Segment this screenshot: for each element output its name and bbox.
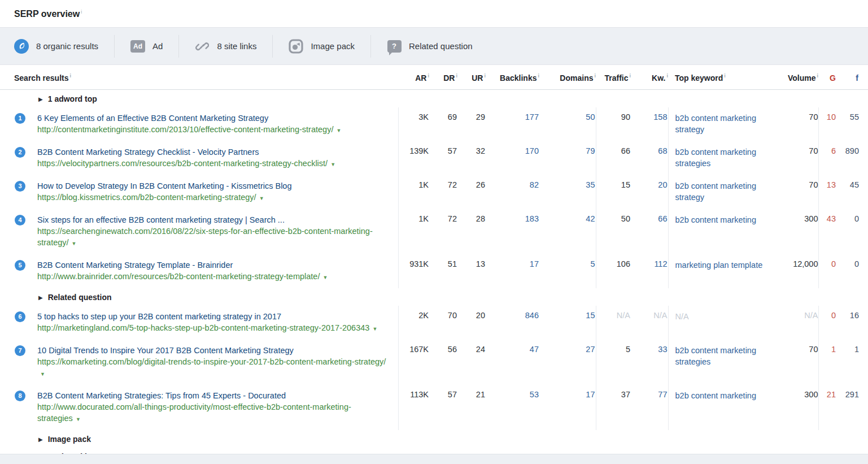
top-keyword-cell[interactable]: marketing plan template [668, 254, 775, 288]
domains-cell[interactable]: 42 [539, 209, 596, 254]
domains-cell[interactable]: 79 [539, 141, 596, 175]
section-label[interactable]: Image pack [48, 435, 91, 444]
result-title-link[interactable]: 6 Key Elements of an Effective B2B Conte… [37, 112, 341, 124]
keywords-cell[interactable]: 77 [631, 385, 668, 430]
col-header-kw[interactable]: Kw.i [631, 65, 668, 89]
top-keyword-cell[interactable]: N/A [668, 306, 775, 340]
top-keyword-cell[interactable]: b2b content marketing strategy [668, 107, 775, 141]
legend-item-organic: 8 organic results [14, 39, 114, 54]
dr-cell: 70 [429, 306, 457, 340]
col-header-volume[interactable]: Volumei [775, 65, 818, 89]
facebook-cell: 0 [837, 254, 868, 288]
backlinks-cell[interactable]: 170 [486, 141, 539, 175]
col-header-top-keyword[interactable]: Top keywordi [668, 65, 775, 89]
organic-results-icon [14, 39, 29, 54]
result-title-link[interactable]: B2B Content Marketing Strategy Template … [37, 259, 328, 271]
backlinks-cell[interactable]: 177 [486, 107, 539, 141]
backlinks-cell[interactable]: 183 [486, 209, 539, 254]
col-header-google-plus[interactable]: G [818, 65, 837, 89]
backlinks-cell[interactable]: 53 [486, 385, 539, 430]
backlinks-cell[interactable]: 82 [486, 175, 539, 209]
keywords-cell[interactable]: 112 [631, 254, 668, 288]
backlinks-cell[interactable]: 846 [486, 306, 539, 340]
url-dropdown-caret-icon[interactable]: ▼ [322, 275, 328, 280]
collapse-triangle-icon[interactable]: ▶ [38, 294, 43, 301]
ar-cell: 139K [398, 141, 429, 175]
ur-cell: 13 [457, 254, 486, 288]
top-keyword-cell[interactable]: b2b content marketing strategy [668, 175, 775, 209]
info-icon: i [456, 73, 457, 79]
url-dropdown-caret-icon[interactable]: ▼ [336, 128, 341, 133]
backlinks-cell[interactable]: 47 [486, 340, 539, 385]
result-title-link[interactable]: How to Develop Strategy In B2B Content M… [37, 180, 292, 192]
facebook-cell: 291 [837, 385, 868, 430]
section-label[interactable]: 1 adword top [48, 94, 97, 103]
ar-cell: 2K [398, 306, 429, 340]
keywords-cell[interactable]: 158 [631, 107, 668, 141]
ur-cell: 20 [457, 306, 486, 340]
keywords-cell[interactable]: 68 [631, 141, 668, 175]
domains-cell[interactable]: 5 [539, 254, 596, 288]
result-url-link[interactable]: https://blog.kissmetrics.com/b2b-content… [37, 193, 256, 202]
col-header-search-results[interactable]: Search resultsi [0, 65, 398, 89]
traffic-cell: 50 [596, 209, 631, 254]
url-dropdown-caret-icon[interactable]: ▼ [76, 417, 81, 422]
domains-cell[interactable]: 17 [539, 385, 596, 430]
keywords-cell[interactable]: 33 [631, 340, 668, 385]
position-badge: 4 [15, 215, 25, 226]
result-title-link[interactable]: B2B Content Marketing Strategies: Tips f… [37, 390, 389, 401]
legend-label: Image pack [311, 41, 355, 51]
collapse-triangle-icon[interactable]: ▶ [38, 436, 43, 443]
col-header-backlinks[interactable]: Backlinksi [486, 65, 539, 89]
legend-item-imagepack: Image pack [289, 39, 370, 54]
ar-cell: 1K [398, 209, 429, 254]
volume-cell: 70 [775, 141, 818, 175]
col-header-ar[interactable]: ARi [398, 65, 429, 89]
url-dropdown-caret-icon[interactable]: ▼ [72, 241, 77, 246]
col-header-domains[interactable]: Domainsi [539, 65, 596, 89]
col-header-ur[interactable]: URi [457, 65, 486, 89]
top-keyword-cell[interactable]: b2b content marketing strategies [668, 141, 775, 175]
top-keyword-cell[interactable]: b2b content marketing strategies [668, 340, 775, 385]
top-keyword-cell[interactable]: b2b content marketing [668, 209, 775, 254]
result-row: 6 5 top hacks to step up your B2B conten… [0, 306, 868, 340]
url-dropdown-caret-icon[interactable]: ▼ [372, 326, 377, 332]
domains-cell[interactable]: 50 [539, 107, 596, 141]
domains-cell[interactable]: 35 [539, 175, 596, 209]
result-title-link[interactable]: B2B Content Marketing Strategy Checklist… [37, 146, 335, 158]
domains-cell[interactable]: 15 [539, 306, 596, 340]
legend-item-related: ? Related question [387, 39, 488, 54]
result-row: 3 How to Develop Strategy In B2B Content… [0, 175, 868, 209]
top-keyword-cell[interactable]: b2b content marketing [668, 385, 775, 430]
result-url-link[interactable]: https://komarketing.com/blog/digital-tre… [37, 357, 386, 366]
info-icon[interactable]: i [81, 9, 82, 15]
result-url-link[interactable]: http://www.docurated.com/all-things-prod… [37, 402, 351, 423]
url-dropdown-caret-icon[interactable]: ▼ [40, 371, 45, 377]
keywords-cell[interactable]: 66 [631, 209, 668, 254]
domains-cell[interactable]: 27 [539, 340, 596, 385]
result-title-link[interactable]: 10 Digital Trends to Inspire Your 2017 B… [37, 345, 389, 356]
collapse-triangle-icon[interactable]: ▶ [38, 96, 43, 102]
url-dropdown-caret-icon[interactable]: ▼ [259, 196, 264, 201]
col-header-facebook[interactable]: f [837, 65, 868, 89]
keywords-cell[interactable]: N/A [631, 306, 668, 340]
col-header-dr[interactable]: DRi [429, 65, 457, 89]
backlinks-cell[interactable]: 17 [486, 254, 539, 288]
ur-cell: 32 [457, 141, 486, 175]
legend-divider [370, 35, 371, 58]
dr-cell: 57 [429, 385, 457, 430]
keywords-cell[interactable]: 20 [631, 175, 668, 209]
result-title-link[interactable]: Six steps for an effective B2B content m… [37, 214, 389, 226]
url-dropdown-caret-icon[interactable]: ▼ [330, 162, 335, 167]
position-badge: 2 [15, 147, 25, 158]
result-url-link[interactable]: https://searchenginewatch.com/2016/08/22… [37, 227, 373, 247]
google-plus-cell: 13 [818, 175, 837, 209]
result-url-link[interactable]: http://www.brainrider.com/resources/b2b-… [37, 272, 320, 281]
result-title-link[interactable]: 5 top hacks to step up your B2B content … [37, 311, 377, 322]
col-header-traffic[interactable]: Traffici [596, 65, 631, 89]
section-label[interactable]: Related question [48, 293, 112, 302]
result-url-link[interactable]: http://contentmarketinginstitute.com/201… [37, 125, 333, 134]
position-badge: 7 [15, 345, 25, 356]
result-url-link[interactable]: http://marketingland.com/5-top-hacks-ste… [37, 323, 369, 332]
result-url-link[interactable]: https://velocitypartners.com/resources/b… [37, 159, 328, 168]
